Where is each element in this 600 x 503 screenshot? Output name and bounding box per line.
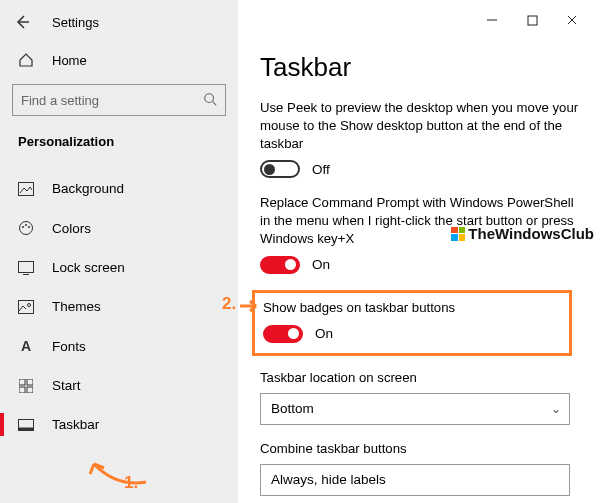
lockscreen-icon: [18, 261, 34, 275]
svg-rect-15: [19, 427, 34, 430]
sidebar-item-fonts[interactable]: A Fonts: [0, 326, 238, 366]
annotation-2-arrow: [238, 300, 262, 318]
setting-peek: Use Peek to preview the desktop when you…: [260, 99, 582, 178]
sidebar-item-background[interactable]: Background: [0, 169, 238, 208]
sidebar-item-themes[interactable]: Themes: [0, 287, 238, 326]
toggle-badges[interactable]: [263, 325, 303, 343]
svg-point-4: [25, 224, 27, 226]
svg-rect-12: [19, 387, 25, 393]
back-button[interactable]: [6, 6, 38, 38]
windows-flag-icon: [451, 227, 465, 241]
taskbar-icon: [18, 419, 34, 431]
sidebar-item-label: Background: [52, 181, 124, 196]
maximize-button[interactable]: [512, 6, 552, 34]
watermark: TheWindowsClub: [451, 225, 594, 242]
chevron-down-icon: ⌄: [551, 402, 561, 416]
annotation-2-label: 2.: [222, 294, 236, 314]
setting-peek-desc: Use Peek to preview the desktop when you…: [260, 99, 580, 152]
sidebar-item-label: Taskbar: [52, 417, 99, 432]
svg-point-9: [28, 303, 31, 306]
fonts-icon: A: [18, 338, 34, 354]
dropdown-combine-value: Always, hide labels: [271, 472, 386, 487]
toggle-powershell[interactable]: [260, 256, 300, 274]
content-pane: Taskbar Use Peek to preview the desktop …: [238, 0, 600, 503]
app-title: Settings: [52, 15, 99, 30]
toggle-badges-state: On: [315, 326, 333, 341]
dropdown-location[interactable]: Bottom ⌄: [260, 393, 570, 425]
sidebar-item-label: Fonts: [52, 339, 86, 354]
svg-point-3: [22, 226, 24, 228]
annotation-highlight-box: Show badges on taskbar buttons On: [252, 290, 572, 356]
sidebar-item-lockscreen[interactable]: Lock screen: [0, 248, 238, 287]
picture-icon: [18, 182, 34, 196]
setting-combine-label: Combine taskbar buttons: [260, 441, 582, 456]
svg-rect-6: [19, 261, 34, 272]
search-input[interactable]: [21, 93, 181, 108]
svg-point-0: [205, 93, 214, 102]
sidebar-item-label: Colors: [52, 221, 91, 236]
close-button[interactable]: [552, 6, 592, 34]
sidebar-item-label: Lock screen: [52, 260, 125, 275]
palette-icon: [18, 220, 34, 236]
themes-icon: [18, 300, 34, 314]
sidebar: Settings Home Personalization Background…: [0, 0, 238, 503]
svg-rect-8: [19, 300, 34, 313]
setting-location-label: Taskbar location on screen: [260, 370, 582, 385]
setting-combine: Combine taskbar buttons Always, hide lab…: [260, 441, 582, 496]
toggle-powershell-state: On: [312, 257, 330, 272]
page-title: Taskbar: [260, 52, 582, 83]
sidebar-item-start[interactable]: Start: [0, 366, 238, 405]
search-icon: [203, 92, 217, 109]
nav-home-label: Home: [52, 53, 87, 68]
toggle-peek[interactable]: [260, 160, 300, 178]
svg-rect-11: [27, 379, 33, 385]
setting-location: Taskbar location on screen Bottom ⌄: [260, 370, 582, 425]
svg-point-5: [28, 226, 30, 228]
svg-rect-10: [19, 379, 25, 385]
sidebar-item-taskbar[interactable]: Taskbar: [0, 405, 238, 444]
dropdown-location-value: Bottom: [271, 401, 314, 416]
start-icon: [18, 379, 34, 393]
section-header: Personalization: [0, 130, 238, 163]
minimize-button[interactable]: [472, 6, 512, 34]
home-icon: [18, 52, 34, 68]
svg-rect-7: [23, 274, 29, 275]
sidebar-item-label: Start: [52, 378, 81, 393]
watermark-text: TheWindowsClub: [468, 225, 594, 242]
nav-home[interactable]: Home: [0, 42, 238, 78]
sidebar-item-colors[interactable]: Colors: [0, 208, 238, 248]
svg-point-2: [20, 222, 33, 235]
svg-rect-13: [27, 387, 33, 393]
setting-badges-desc: Show badges on taskbar buttons: [263, 299, 561, 317]
dropdown-combine[interactable]: Always, hide labels: [260, 464, 570, 496]
sidebar-item-label: Themes: [52, 299, 101, 314]
svg-rect-16: [528, 16, 537, 25]
annotation-1-arrow: [86, 452, 156, 492]
toggle-peek-state: Off: [312, 162, 330, 177]
search-box[interactable]: [12, 84, 226, 116]
